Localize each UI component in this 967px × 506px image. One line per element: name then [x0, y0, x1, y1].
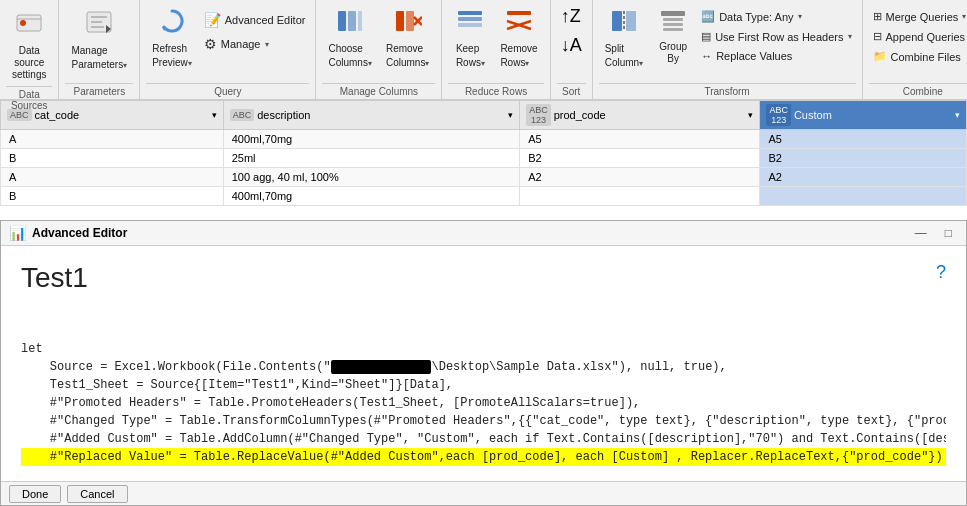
editor-bottom-strip: Done Cancel: [1, 481, 966, 505]
ribbon-group-sort: ↑Z ↓A Sort: [551, 0, 593, 99]
split-column-icon: [610, 7, 638, 39]
ribbon-group-combine: ⊞ Merge Queries ▾ ⊟ Append Queries ▾ 📁 C…: [863, 0, 968, 99]
minimize-button[interactable]: —: [909, 226, 933, 240]
advanced-editor-title: Advanced Editor: [32, 226, 903, 240]
manage-parameters-button[interactable]: ManageParameters▾: [65, 4, 133, 74]
sort-group-label: Sort: [557, 83, 586, 97]
svg-rect-17: [458, 17, 482, 21]
group-by-button[interactable]: GroupBy: [651, 4, 695, 68]
svg-rect-27: [663, 23, 683, 26]
use-first-row-button[interactable]: ▤ Use First Row as Headers ▾: [697, 28, 855, 45]
svg-rect-18: [458, 23, 482, 27]
merge-label: Merge Queries: [886, 11, 959, 23]
ribbon-group-query: RefreshPreview▾ 📝 Advanced Editor ⚙ Mana…: [140, 0, 316, 99]
choose-columns-button[interactable]: ChooseColumns▾: [322, 4, 377, 72]
transform-group-label: Transform: [599, 83, 856, 97]
ribbon-group-parameters: ManageParameters▾ Parameters: [59, 0, 140, 99]
remove-rows-icon: [505, 7, 533, 39]
table-row: A 400ml,70mg A5 A5: [1, 130, 967, 149]
advanced-editor-icon: 📝: [204, 12, 221, 28]
svg-rect-12: [396, 11, 404, 31]
help-icon[interactable]: ?: [936, 262, 946, 283]
append-label: Append Queries: [886, 31, 966, 43]
reduce-rows-group-label: Reduce Rows: [448, 83, 543, 97]
svg-rect-10: [348, 11, 356, 31]
refresh-icon: [158, 7, 186, 39]
replace-values-label: Replace Values: [716, 50, 792, 62]
manage-columns-group-label: Manage Columns: [322, 83, 435, 97]
col-header-description[interactable]: ABC description ▾: [223, 101, 519, 130]
ribbon-group-manage-columns: ChooseColumns▾ RemoveColumns▾ Manage Col…: [316, 0, 442, 99]
cancel-button[interactable]: Cancel: [67, 485, 127, 503]
first-row-icon: ▤: [701, 30, 711, 43]
parameters-group-label: Parameters: [65, 83, 133, 97]
split-column-button[interactable]: SplitColumn▾: [599, 4, 649, 72]
svg-rect-13: [406, 11, 414, 31]
query-title: Test1: [21, 262, 88, 294]
table-row: B 400ml,70mg: [1, 187, 967, 206]
refresh-preview-button[interactable]: RefreshPreview▾: [146, 4, 198, 72]
remove-columns-icon: [394, 7, 422, 39]
remove-rows-button[interactable]: RemoveRows▾: [494, 4, 543, 72]
combine-label: Combine Files: [891, 51, 961, 63]
group-by-icon: [659, 7, 687, 39]
combine-group-label: Combine: [869, 83, 968, 97]
editor-icon: 📊: [9, 225, 26, 241]
sort-asc-button[interactable]: ↑Z: [557, 4, 585, 29]
svg-point-1: [20, 20, 26, 26]
sort-desc-icon: ↓A: [561, 35, 582, 56]
data-table-area: ABC cat_code ▾ ABC description ▾ ABC123: [0, 100, 967, 220]
maximize-button[interactable]: □: [939, 226, 958, 240]
datasources-group-label: Data Sources: [6, 86, 52, 111]
data-source-settings-button[interactable]: Data source settings: [6, 4, 52, 84]
col-header-prod_code[interactable]: ABC123 prod_code ▾: [520, 101, 760, 130]
advanced-editor-body: Test1 ? let Source = Excel.Workbook(File…: [1, 246, 966, 481]
advanced-editor-label: Advanced Editor: [225, 14, 306, 26]
manage-icon: ⚙: [204, 36, 217, 52]
done-button[interactable]: Done: [9, 485, 61, 503]
data-type-label: Data Type: Any: [719, 11, 793, 23]
append-queries-button[interactable]: ⊟ Append Queries ▾: [869, 28, 968, 45]
svg-rect-11: [358, 11, 362, 31]
remove-columns-button[interactable]: RemoveColumns▾: [380, 4, 435, 72]
svg-rect-16: [458, 11, 482, 15]
svg-rect-23: [626, 11, 636, 31]
replace-values-button[interactable]: ↔ Replace Values: [697, 48, 855, 64]
choose-columns-icon: [336, 7, 364, 39]
sort-asc-icon: ↑Z: [561, 6, 581, 27]
datasource-label: Data source settings: [12, 45, 46, 81]
advanced-editor-window: 📊 Advanced Editor — □ Test1 ? let Source…: [0, 220, 967, 506]
first-row-label: Use First Row as Headers: [715, 31, 843, 43]
data-type-button[interactable]: 🔤 Data Type: Any ▾: [697, 8, 855, 25]
parameters-icon: [84, 7, 114, 41]
svg-rect-19: [507, 11, 531, 15]
svg-rect-28: [663, 28, 683, 31]
sort-desc-button[interactable]: ↓A: [557, 33, 586, 58]
merge-icon: ⊞: [873, 10, 882, 23]
data-type-icon: 🔤: [701, 10, 715, 23]
keep-rows-icon: [456, 7, 484, 39]
manage-button[interactable]: ⚙ Manage ▾: [200, 34, 310, 54]
merge-queries-button[interactable]: ⊞ Merge Queries ▾: [869, 8, 968, 25]
ribbon: Data source settings Data Sources Manage…: [0, 0, 967, 100]
advanced-editor-titlebar: 📊 Advanced Editor — □: [1, 221, 966, 246]
svg-rect-9: [338, 11, 346, 31]
table-row: A 100 agg, 40 ml, 100% A2 A2: [1, 168, 967, 187]
svg-rect-26: [663, 18, 683, 21]
datasource-icon: [13, 7, 45, 43]
advanced-editor-button[interactable]: 📝 Advanced Editor: [200, 10, 310, 30]
data-table: ABC cat_code ▾ ABC description ▾ ABC123: [0, 100, 967, 206]
combine-files-button[interactable]: 📁 Combine Files: [869, 48, 968, 65]
query-group-label: Query: [146, 83, 309, 97]
svg-rect-22: [612, 11, 622, 31]
ribbon-group-reduce-rows: KeepRows▾ RemoveRows▾ Reduce Rows: [442, 0, 550, 99]
code-editor[interactable]: let Source = Excel.Workbook(File.Content…: [21, 322, 946, 481]
combine-icon: 📁: [873, 50, 887, 63]
table-row: B 25ml B2 B2: [1, 149, 967, 168]
col-header-custom[interactable]: ABC123 Custom ▾: [760, 101, 967, 130]
manage-label: Manage: [221, 38, 261, 50]
highlighted-line: #"Replaced Value" = Table.ReplaceValue(#…: [21, 448, 946, 466]
replace-values-icon: ↔: [701, 50, 712, 62]
keep-rows-button[interactable]: KeepRows▾: [448, 4, 492, 72]
ribbon-group-transform: SplitColumn▾ GroupBy 🔤 Data Type: Any ▾ …: [593, 0, 863, 99]
